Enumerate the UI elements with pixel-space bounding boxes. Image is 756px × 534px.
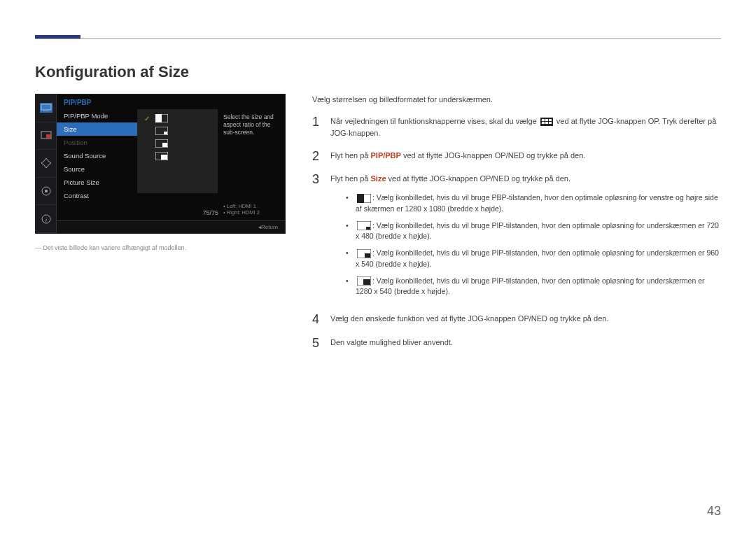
osd-side-icon-settings <box>36 178 56 206</box>
bullet-pip-small: •: Vælg ikonbilledet, hvis du vil bruge … <box>346 220 721 243</box>
svg-rect-2 <box>43 111 49 111</box>
bullet2-text: : Vælg ikonbilledet, hvis du vil bruge P… <box>356 221 719 241</box>
bullet3-text: : Vælg ikonbilledet, hvis du vil bruge P… <box>356 248 719 268</box>
osd-menu-list: PIP/PBP Mode Size Position Sound Source … <box>57 109 137 220</box>
bullet-pip-large: •: Vælg ikonbilledet, hvis du vil bruge … <box>346 276 721 298</box>
step-number: 2 <box>312 150 322 164</box>
step-body: Når vejledningen til funktionsknapperne … <box>330 115 721 140</box>
page-heading: Konfiguration af Size <box>35 63 721 81</box>
header-accent <box>35 35 80 38</box>
osd-help: Select the size and aspect ratio of the … <box>218 109 285 220</box>
bullet1-text: : Vælg ikonbilledet, hvis du vil bruge P… <box>356 193 718 213</box>
osd-side-icon-pip <box>36 122 56 150</box>
osd-help-bottom: • Left: HDMI 1 • Right: HDMI 2 <box>223 203 279 217</box>
step1-text-a: Når vejledningen til funktionsknapperne … <box>330 117 539 125</box>
bullet-pbp: •: Vælg ikonbilledet, hvis du vil bruge … <box>346 192 721 215</box>
svg-rect-19 <box>545 119 548 121</box>
intro-text: Vælg størrelsen og billedformatet for un… <box>312 94 721 106</box>
osd-side-icon-info: i <box>36 205 56 233</box>
step5-text: Den valgte mulighed bliver anvendt. <box>330 337 721 349</box>
svg-rect-21 <box>542 122 545 124</box>
step-2: 2 Flyt hen på PIP/PBP ved at flytte JOG-… <box>312 150 721 164</box>
svg-rect-31 <box>363 279 370 285</box>
osd-screenshot: i PIP/PBP PIP/PBP Mode Size Position Sou… <box>35 94 286 234</box>
step-number: 3 <box>312 173 322 187</box>
step-4: 4 Vælg den ønskede funktion ved at flytt… <box>312 313 721 327</box>
svg-rect-16 <box>161 155 167 160</box>
osd-help-right: Right: HDMI 2 <box>227 209 260 216</box>
step-number: 1 <box>312 115 322 129</box>
osd-side-icon-picture <box>36 94 56 122</box>
osd-option-pbp: ✓ <box>137 112 218 125</box>
svg-rect-14 <box>162 143 167 147</box>
svg-rect-23 <box>549 122 552 124</box>
pip-small-icon <box>357 221 371 230</box>
svg-rect-18 <box>542 119 545 121</box>
bullet-pip-med: •: Vælg ikonbilledet, hvis du vil bruge … <box>346 248 721 270</box>
svg-rect-1 <box>41 104 51 110</box>
bullet4-text: : Vælg ikonbilledet, hvis du vil bruge P… <box>356 276 705 296</box>
right-column: Vælg størrelsen og billedformatet for un… <box>312 94 721 360</box>
osd-option-pip-large <box>137 150 218 162</box>
osd-help-text: Select the size and aspect ratio of the … <box>223 113 279 136</box>
step-5: 5 Den valgte mulighed bliver anvendt. <box>312 337 721 351</box>
pbp-split-icon <box>357 194 371 203</box>
osd-item-size: Size <box>57 122 137 136</box>
osd-option-pip-small <box>137 125 218 137</box>
step-body: Flyt hen på PIP/PBP ved at flytte JOG-kn… <box>330 150 721 162</box>
step2-highlight: PIP/PBP <box>370 151 400 160</box>
header-rule <box>35 38 721 39</box>
page-number: 43 <box>707 504 721 519</box>
osd-title: PIP/PBP <box>57 94 285 109</box>
svg-rect-29 <box>365 253 370 258</box>
svg-rect-27 <box>366 227 370 230</box>
step3-text-a: Flyt hen på <box>330 174 370 183</box>
osd-item-psize: Picture Size <box>57 176 137 189</box>
osd-help-left: Left: HDMI 1 <box>227 203 256 209</box>
osd-main: PIP/PBP PIP/PBP Mode Size Position Sound… <box>57 94 285 233</box>
step-number: 5 <box>312 337 322 351</box>
osd-body: PIP/PBP Mode Size Position Sound Source … <box>57 109 285 220</box>
svg-rect-25 <box>357 194 364 203</box>
pip-large-icon <box>357 276 371 286</box>
step4-text: Vælg den ønskede funktion ved at flytte … <box>330 313 721 325</box>
step2-text-a: Flyt hen på <box>330 151 370 160</box>
step-body: Flyt hen på Size ved at flytte JOG-knapp… <box>330 173 721 303</box>
svg-rect-12 <box>164 132 167 134</box>
step-1: 1 Når vejledningen til funktionsknappern… <box>312 115 721 140</box>
osd-side-icon-display <box>36 150 56 178</box>
osd-item-source: Source <box>57 162 137 176</box>
svg-text:i: i <box>45 216 47 223</box>
osd-return-label: Return <box>261 224 278 230</box>
svg-rect-4 <box>46 134 50 138</box>
pip-med-icon <box>357 249 371 258</box>
osd-item-sound: Sound Source <box>57 149 137 162</box>
left-column: i PIP/PBP PIP/PBP Mode Size Position Sou… <box>35 94 287 360</box>
step3-text-b: ved at flytte JOG-knappen OP/NED og tryk… <box>386 174 571 183</box>
osd-item-mode: PIP/PBP Mode <box>57 109 137 122</box>
step-3: 3 Flyt hen på Size ved at flytte JOG-kna… <box>312 173 721 303</box>
content-row: i PIP/PBP PIP/PBP Mode Size Position Sou… <box>35 94 721 360</box>
image-caption: Det viste billede kan variere afhængigt … <box>35 244 287 253</box>
osd-item-contrast: Contrast <box>57 189 137 202</box>
osd-sidebar: i <box>36 94 57 233</box>
osd-contrast-value: 75/75 <box>202 209 218 216</box>
osd-item-position: Position <box>57 136 137 149</box>
bullet-list: •: Vælg ikonbilledet, hvis du vil bruge … <box>330 192 721 297</box>
step2-text-b: ved at flytte JOG-knappen OP/NED og tryk… <box>401 151 586 160</box>
osd-option-pip-med <box>137 137 218 150</box>
step-number: 4 <box>312 313 322 327</box>
svg-rect-10 <box>155 114 162 122</box>
svg-rect-20 <box>549 119 552 121</box>
osd-options: ✓ <box>137 109 218 193</box>
osd-footer: ◂ Return <box>57 220 285 233</box>
step3-highlight: Size <box>370 174 386 183</box>
svg-rect-22 <box>545 122 548 124</box>
menu-icon <box>540 118 553 126</box>
svg-point-6 <box>45 190 48 192</box>
